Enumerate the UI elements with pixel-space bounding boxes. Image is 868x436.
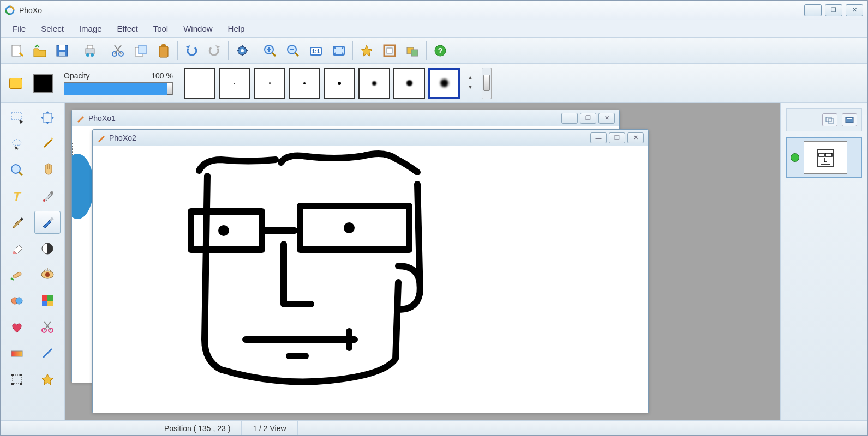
tool-transform[interactable] [4,368,30,391]
settings-button[interactable] [231,39,254,62]
doc1-minimize[interactable]: — [561,113,578,124]
layer-thumbnail [804,141,847,174]
brush-size-7[interactable] [393,68,425,99]
doc1-close[interactable]: ✕ [598,113,615,124]
tool-clone[interactable] [4,289,30,312]
svg-rect-48 [11,374,14,376]
doc1-maximize[interactable]: ❐ [580,113,596,124]
brush-slider-thumb[interactable] [483,75,490,91]
tool-heart[interactable] [4,316,30,338]
undo-button[interactable] [180,39,203,62]
tool-rect-select[interactable] [4,106,30,129]
actual-size-button[interactable]: 1:1 [304,39,327,62]
cut-button[interactable] [106,39,129,62]
fit-button[interactable] [327,39,350,62]
brush-size-3[interactable] [254,68,285,99]
doc2-maximize[interactable]: ❐ [609,132,625,143]
svg-rect-50 [11,383,14,385]
brush-size-5[interactable] [324,68,355,99]
layer-effects-button[interactable] [401,39,424,62]
close-button[interactable]: ✕ [846,4,863,16]
doc2-titlebar[interactable]: PhoXo2 — ❐ ✕ [93,130,648,146]
tool-brush[interactable] [34,211,61,234]
maximize-button[interactable]: ❐ [825,4,842,16]
svg-point-8 [91,53,94,57]
brush-scroll-down[interactable]: ▼ [465,84,475,92]
menu-tool[interactable]: Tool [146,22,176,35]
tool-scissors[interactable] [34,316,61,338]
brush-size-8[interactable] [428,68,460,99]
help-button[interactable]: ? [429,39,452,62]
doc2-canvas[interactable] [93,146,648,413]
save-button[interactable] [51,39,74,62]
menu-effect[interactable]: Effect [110,22,146,35]
doc1-titlebar[interactable]: PhoXo1 — ❐ ✕ [72,110,619,126]
svg-rect-59 [846,117,853,123]
minimize-button[interactable]: — [804,4,822,16]
tool-gradient[interactable] [4,342,30,365]
foreground-color-swatch[interactable] [33,74,53,93]
opacity-handle[interactable] [167,83,172,95]
paste-button[interactable] [152,39,175,62]
brush-scroll-up[interactable]: ▲ [465,75,475,82]
redo-button[interactable] [203,39,226,62]
info-button[interactable] [842,113,857,126]
tool-eraser[interactable] [4,237,30,260]
brush-size-6[interactable] [358,68,390,99]
tool-heal[interactable] [4,263,30,286]
copy-button[interactable] [129,39,152,62]
svg-rect-4 [59,52,65,56]
status-position: Position ( 135 , 23 ) [153,421,242,435]
svg-rect-42 [42,301,47,306]
tool-hand[interactable] [34,159,61,181]
layer-visible-icon[interactable] [791,153,799,162]
brush-size-picker: ▲ ▼ [184,68,492,99]
frame-button[interactable] [378,39,401,62]
opacity-slider[interactable] [64,82,173,95]
tool-redeye[interactable] [34,263,61,286]
layers-panel [780,103,867,420]
document-window-2[interactable]: PhoXo2 — ❐ ✕ [92,129,649,413]
svg-rect-60 [847,118,852,119]
tool-wand[interactable] [34,132,61,155]
svg-point-30 [11,165,20,173]
tool-star[interactable] [34,368,61,391]
menu-file[interactable]: File [5,22,33,35]
zoomout-button[interactable] [282,39,304,62]
tool-pen[interactable] [4,211,30,234]
svg-rect-51 [20,383,22,385]
options-bar: Opacity 100 % ▲ ▼ [1,64,867,103]
layer-item[interactable] [786,137,862,178]
tool-text[interactable]: T [4,185,30,208]
brush-size-1[interactable] [184,68,215,99]
svg-point-7 [86,53,89,57]
brush-size-4[interactable] [289,68,320,99]
tool-lasso[interactable] [4,132,30,155]
tool-line[interactable] [34,342,61,365]
print-button[interactable] [79,39,101,62]
favorite-button[interactable] [355,39,378,62]
menu-select[interactable]: Select [33,22,71,35]
tool-puzzle[interactable] [34,289,61,312]
main-toolbar: 1:1 ? [1,38,867,64]
menu-window[interactable]: Window [176,22,220,35]
opacity-control: Opacity 100 % [64,71,173,95]
svg-rect-46 [11,351,22,356]
open-button[interactable] [28,39,51,62]
doc2-minimize[interactable]: — [590,132,607,143]
workspace: PhoXo1 — ❐ ✕ PhoXo2 — ❐ ✕ [65,103,780,420]
zoomin-button[interactable] [259,39,282,62]
tool-picker[interactable] [34,185,61,208]
menu-image[interactable]: Image [71,22,110,35]
tool-move[interactable] [34,106,61,129]
comment-icon[interactable] [9,78,22,89]
new-button[interactable] [5,39,28,62]
menu-help[interactable]: Help [220,22,253,35]
tool-contrast[interactable] [34,237,61,260]
doc2-close[interactable]: ✕ [627,132,644,143]
brush-slider[interactable] [482,68,492,99]
tool-zoom[interactable] [4,159,30,181]
svg-rect-35 [13,271,22,278]
brush-size-2[interactable] [219,68,250,99]
layers-view-button[interactable] [822,113,837,126]
